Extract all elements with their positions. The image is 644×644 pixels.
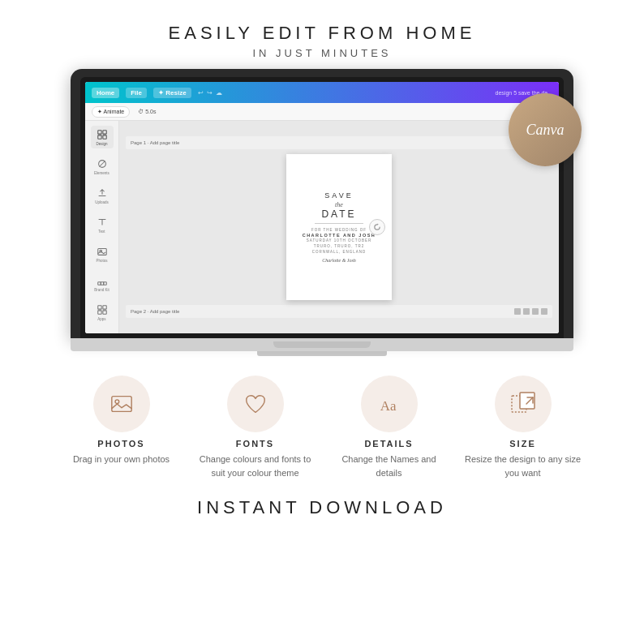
fonts-desc: Change colours and fonts to suit your co… — [196, 453, 314, 479]
svg-rect-14 — [111, 397, 131, 412]
fonts-label: FONTS — [236, 439, 274, 449]
canva-toolbar: Home File ✦ Resize ↩ ↪ ☁ design 5 save t… — [85, 82, 559, 103]
doc-save: SAVE — [324, 191, 353, 200]
laptop-base — [71, 338, 573, 351]
svg-rect-5 — [97, 248, 106, 255]
fonts-circle — [227, 376, 284, 432]
size-circle — [495, 376, 552, 432]
laptop-stand — [257, 351, 387, 356]
laptop-wrapper: Canva Home File ✦ Resize ↩ ↪ ☁ design 5 … — [71, 69, 573, 356]
refresh-icon[interactable] — [369, 219, 385, 235]
canva-canvas-area: Page 1 · Add page title — [119, 121, 559, 333]
sidebar-uploads[interactable]: Uploads — [91, 184, 114, 207]
feature-fonts: FONTS Change colours and fonts to suit y… — [196, 376, 314, 479]
laptop-notch — [273, 341, 371, 348]
svg-rect-9 — [103, 281, 106, 285]
svg-rect-7 — [97, 281, 101, 285]
page2-bar: Page 2 · Add page title — [126, 305, 552, 318]
sidebar-photos[interactable]: Photos — [91, 243, 114, 265]
footer-section: INSTANT DOWNLOAD — [197, 497, 447, 518]
screen-bezel: Home File ✦ Resize ↩ ↪ ☁ design 5 save t… — [80, 77, 564, 338]
details-label: DETAILS — [364, 439, 413, 449]
toolbar-resize[interactable]: ✦ Resize — [153, 88, 191, 98]
canva-badge: Canva — [509, 93, 582, 166]
doc-location1: TRURO, TRURO, TR2 — [314, 243, 364, 249]
details-desc: Change the Names and details — [330, 453, 448, 479]
svg-rect-11 — [102, 305, 105, 308]
photo-icon — [109, 392, 134, 416]
header-section: EASILY EDIT FROM HOME IN JUST MINUTES — [169, 23, 476, 59]
svg-rect-12 — [97, 310, 101, 313]
svg-rect-2 — [97, 135, 101, 138]
svg-point-15 — [115, 400, 119, 404]
time-display: ⏱ 5.0s — [138, 109, 156, 114]
svg-rect-0 — [97, 130, 101, 133]
page1-bar: Page 1 · Add page title — [126, 136, 552, 149]
doc-the: the — [335, 201, 343, 208]
sidebar-design[interactable]: Design — [91, 126, 114, 148]
doc-for-the: FOR THE WEDDING OF — [311, 227, 367, 233]
main-title: EASILY EDIT FROM HOME — [169, 23, 476, 44]
size-label: SIZE — [509, 439, 535, 449]
size-desc: Resize the design to any size you want — [464, 453, 582, 479]
canva-secondary-bar: ✦ Animate ⏱ 5.0s — [85, 103, 559, 121]
sidebar-brand-kit[interactable]: Brand Kit — [91, 272, 114, 294]
toolbar-file[interactable]: File — [126, 88, 147, 98]
laptop-screen: Home File ✦ Resize ↩ ↪ ☁ design 5 save t… — [85, 82, 559, 333]
feature-size: SIZE Resize the design to any size you w… — [464, 376, 582, 479]
features-section: PHOTOS Drag in your own photos FONTS Cha… — [62, 376, 582, 479]
toolbar-home[interactable]: Home — [92, 88, 119, 98]
svg-rect-13 — [102, 310, 105, 313]
text-icon: Aa — [377, 392, 401, 416]
sidebar-elements[interactable]: Elements — [91, 155, 114, 178]
photos-desc: Drag in your own photos — [73, 453, 170, 466]
page2-label: Page 2 · Add page title — [131, 309, 179, 314]
feature-photos: PHOTOS Drag in your own photos — [62, 376, 180, 466]
doc-date-text: SATURDAY 10TH OCTOBER — [307, 238, 371, 243]
feature-details: Aa DETAILS Change the Names and details — [330, 376, 448, 479]
svg-rect-3 — [102, 135, 105, 138]
details-circle: Aa — [361, 376, 418, 432]
heart-icon — [243, 392, 268, 416]
canva-sidebar: Design Elements — [85, 121, 119, 333]
sidebar-text[interactable]: Text — [91, 213, 114, 236]
svg-rect-1 — [102, 130, 105, 133]
canva-main: Design Elements — [85, 121, 559, 333]
svg-text:Aa: Aa — [380, 398, 396, 414]
laptop-body: Home File ✦ Resize ↩ ↪ ☁ design 5 save t… — [71, 69, 573, 338]
doc-date: DATE — [321, 208, 356, 220]
photos-circle — [93, 376, 150, 432]
doc-signature: Charlotte & Josh — [322, 258, 356, 263]
doc-location2: CORNWALL, ENGLAND — [312, 249, 367, 255]
footer-title: INSTANT DOWNLOAD — [197, 497, 447, 518]
sidebar-apps[interactable]: Apps — [91, 301, 114, 324]
sub-title: IN JUST MINUTES — [169, 47, 476, 59]
animate-btn[interactable]: ✦ Animate — [92, 106, 130, 118]
svg-rect-8 — [101, 281, 104, 285]
svg-rect-10 — [97, 305, 101, 308]
resize-icon — [509, 389, 538, 419]
photos-label: PHOTOS — [97, 439, 144, 449]
page1-label: Page 1 · Add page title — [131, 140, 179, 145]
